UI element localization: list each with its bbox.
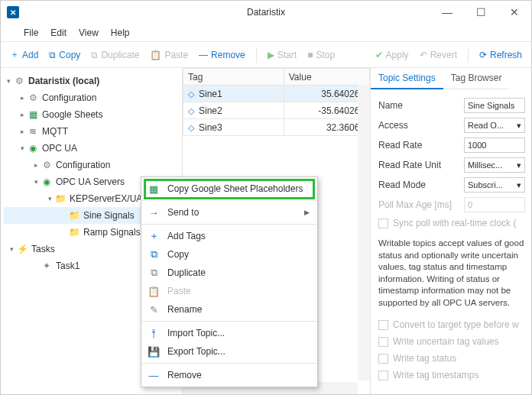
col-header-value[interactable]: Value bbox=[284, 69, 369, 86]
menu-edit[interactable]: Edit bbox=[50, 28, 66, 38]
prop-value-read-rate[interactable]: 1000 bbox=[464, 138, 525, 153]
prop-value-read-mode[interactable]: Subscri...▾ bbox=[464, 177, 525, 193]
prop-label-rate-unit: Read Rate Unit bbox=[378, 160, 459, 170]
export-icon: 💾 bbox=[148, 346, 160, 358]
play-icon: ▶ bbox=[268, 50, 274, 60]
close-button[interactable]: ✕ bbox=[498, 1, 531, 24]
import-icon: ⭱ bbox=[148, 328, 160, 339]
tree-item-config[interactable]: ▸⚙Configuration bbox=[4, 89, 182, 106]
minus-icon: — bbox=[199, 50, 208, 60]
tasks-icon: ⚡ bbox=[16, 243, 28, 255]
menu-item-send-to[interactable]: →Send to▶ bbox=[141, 203, 317, 222]
prop-label-access: Access bbox=[378, 120, 459, 131]
minimize-button[interactable]: — bbox=[430, 1, 464, 24]
tree-item-opc-config[interactable]: ▸⚙Configuration bbox=[4, 157, 182, 173]
checkbox-icon bbox=[378, 219, 388, 228]
rename-icon: ✎ bbox=[148, 304, 160, 316]
sheets-icon: ▦ bbox=[27, 108, 39, 121]
app-icon: ✕ bbox=[7, 6, 19, 18]
gear-icon: ⚙ bbox=[27, 92, 39, 104]
menu-item-add-tags[interactable]: ＋Add Tags bbox=[141, 227, 317, 245]
tab-strip: Topic Settings Tag Browser bbox=[371, 68, 531, 89]
col-header-tag[interactable]: Tag bbox=[183, 69, 284, 86]
menu-item-duplicate[interactable]: ⧉Duplicate bbox=[141, 264, 317, 282]
checkbox-status: Write tag status bbox=[378, 350, 525, 367]
paste-button[interactable]: 📋Paste bbox=[147, 48, 191, 62]
menu-file[interactable]: File bbox=[24, 28, 38, 38]
menu-item-rename[interactable]: ✎Rename bbox=[141, 300, 317, 319]
stop-icon: ■ bbox=[307, 50, 313, 60]
menu-view[interactable]: View bbox=[79, 28, 99, 38]
menu-item-copy[interactable]: ⧉Copy bbox=[141, 245, 317, 264]
chevron-down-icon: ▾ bbox=[517, 160, 521, 170]
tree-item-mqtt[interactable]: ▸≋MQTT bbox=[4, 123, 182, 140]
tag-icon: ◇ bbox=[188, 123, 194, 132]
table-row[interactable]: ◇Sine135.640263 bbox=[183, 86, 370, 102]
tab-topic-settings[interactable]: Topic Settings bbox=[371, 68, 443, 89]
opc-icon: ◉ bbox=[27, 142, 39, 154]
table-header-row: Tag Value bbox=[183, 69, 370, 86]
window-title: Dataristix bbox=[247, 7, 285, 18]
menu-item-copy-google-sheet[interactable]: ▦Copy Google Sheet Placeholders bbox=[141, 180, 317, 198]
gear-icon: ⚙ bbox=[13, 75, 25, 87]
tree-item-opcua[interactable]: ▾◉OPC UA bbox=[4, 140, 182, 157]
paste-icon: 📋 bbox=[148, 286, 160, 297]
menu-item-import-topic[interactable]: ⭱Import Topic... bbox=[141, 324, 317, 342]
stop-button[interactable]: ■Stop bbox=[304, 48, 338, 62]
tree-root[interactable]: ▾⚙Dataristix (local) bbox=[4, 73, 182, 89]
prop-value-name[interactable]: Sine Signals bbox=[464, 98, 525, 113]
checkbox-icon bbox=[378, 320, 388, 330]
arrow-right-icon: → bbox=[148, 207, 160, 219]
prop-label-read-mode: Read Mode bbox=[378, 180, 459, 190]
folder-icon: 📁 bbox=[54, 193, 66, 205]
sheets-icon: ▦ bbox=[148, 183, 160, 195]
undo-icon: ↶ bbox=[420, 50, 427, 60]
refresh-button[interactable]: ⟳Refresh bbox=[476, 48, 525, 62]
menu-item-remove[interactable]: —Remove bbox=[141, 366, 317, 384]
duplicate-button[interactable]: ⧉Duplicate bbox=[88, 48, 142, 62]
prop-value-rate-unit[interactable]: Millisec...▾ bbox=[464, 157, 525, 173]
task-icon: ✦ bbox=[41, 260, 53, 272]
menu-help[interactable]: Help bbox=[111, 28, 130, 38]
checkbox-timestamps: Write tag timestamps bbox=[378, 367, 525, 384]
toolbar: ＋Add ⧉Copy ⧉Duplicate 📋Paste —Remove ▶St… bbox=[1, 42, 531, 68]
revert-button[interactable]: ↶Revert bbox=[417, 48, 460, 62]
prop-label-poll-age: Poll Max Age [ms] bbox=[378, 199, 459, 210]
chevron-right-icon: ▶ bbox=[304, 209, 310, 216]
checkbox-convert: Convert to target type before w bbox=[378, 316, 525, 333]
copy-button[interactable]: ⧉Copy bbox=[46, 48, 83, 62]
folder-icon: 📁 bbox=[68, 226, 80, 238]
tag-icon: ◇ bbox=[188, 106, 194, 115]
tag-table: Tag Value ◇Sine135.640263 ◇Sine2-35.6402… bbox=[183, 68, 370, 136]
table-row[interactable]: ◇Sine2-35.640263 bbox=[183, 102, 370, 119]
properties-pane: Topic Settings Tag Browser NameSine Sign… bbox=[371, 68, 531, 394]
prop-value-access[interactable]: Read O...▾ bbox=[464, 118, 525, 133]
menu-item-export-topic[interactable]: 💾Export Topic... bbox=[141, 342, 317, 361]
folder-icon: 📁 bbox=[68, 209, 80, 222]
mqtt-icon: ≋ bbox=[27, 125, 39, 138]
tag-icon: ◇ bbox=[188, 89, 194, 99]
server-icon: ◉ bbox=[41, 176, 53, 188]
prop-value-poll-age: 0 bbox=[464, 197, 525, 212]
maximize-button[interactable]: ☐ bbox=[464, 1, 498, 24]
minus-icon: — bbox=[148, 370, 160, 381]
duplicate-icon: ⧉ bbox=[91, 50, 98, 60]
refresh-icon: ⟳ bbox=[479, 50, 487, 60]
check-icon: ✔ bbox=[375, 50, 383, 60]
table-row[interactable]: ◇Sine332.36068 bbox=[183, 119, 370, 136]
checkbox-icon bbox=[378, 371, 388, 380]
start-button[interactable]: ▶Start bbox=[264, 48, 300, 62]
title-bar: ✕ Dataristix — ☐ ✕ bbox=[1, 1, 531, 24]
plus-icon: ＋ bbox=[10, 48, 19, 61]
tree-item-google-sheets[interactable]: ▸▦Google Sheets bbox=[4, 106, 182, 123]
tab-tag-browser[interactable]: Tag Browser bbox=[443, 68, 510, 89]
prop-label-name: Name bbox=[378, 100, 459, 111]
menu-bar: File Edit View Help bbox=[1, 24, 531, 42]
properties-description: Writable topics accept values of good st… bbox=[378, 238, 525, 309]
plus-icon: ＋ bbox=[148, 229, 160, 243]
duplicate-icon: ⧉ bbox=[148, 267, 160, 279]
remove-button[interactable]: —Remove bbox=[196, 48, 248, 62]
apply-button[interactable]: ✔Apply bbox=[372, 48, 412, 62]
add-button[interactable]: ＋Add bbox=[7, 47, 41, 63]
vertical-scrollbar[interactable] bbox=[358, 85, 370, 380]
